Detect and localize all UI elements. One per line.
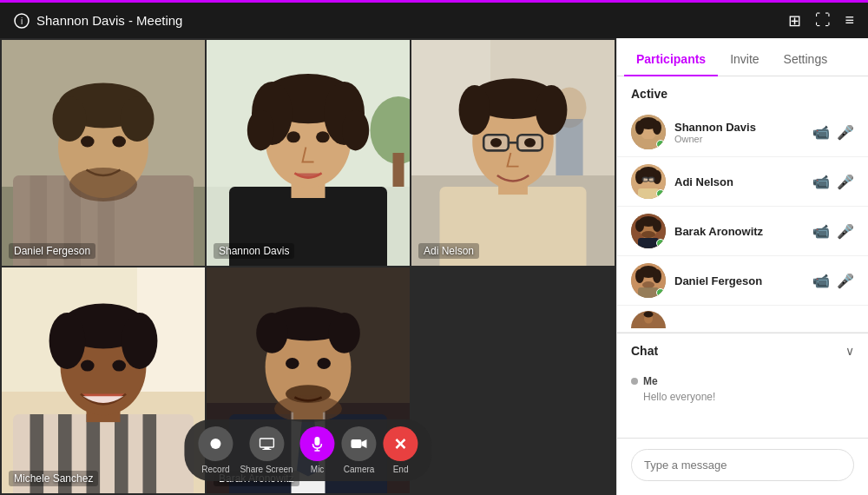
svg-point-27: [286, 131, 300, 142]
svg-point-74: [210, 439, 220, 449]
top-bar-left: i Shannon Davis - Meeting: [14, 13, 788, 29]
more-options-icon[interactable]: ≡: [845, 11, 854, 30]
participant-item-adi: Adi Nelson 📹 🎤: [617, 157, 868, 207]
chat-title: Chat: [631, 344, 658, 358]
participant-controls-adi: 📹 🎤: [812, 174, 854, 190]
mic-button[interactable]: Mic: [300, 426, 335, 474]
camera-label: Camera: [344, 465, 375, 474]
chat-section: Chat ∨ Me Hello everyone!: [617, 333, 868, 413]
active-section-title: Active: [617, 76, 868, 108]
share-screen-label: Share Screen: [240, 465, 293, 474]
participant-role-shannon: Owner: [674, 134, 804, 144]
participant-info-daniel: Daniel Fergeson: [674, 274, 804, 287]
mic-icon-daniel[interactable]: 🎤: [837, 273, 854, 289]
controls-bar: Record Share Screen Mic Camera: [184, 419, 431, 481]
svg-point-71: [317, 358, 331, 369]
tab-settings[interactable]: Settings: [772, 43, 840, 76]
avatar-barak: [631, 214, 666, 248]
svg-point-44: [524, 138, 536, 147]
svg-point-103: [641, 231, 655, 238]
participant-name-barak: Barak Aronowitz: [674, 225, 804, 238]
online-dot-daniel: [656, 288, 665, 297]
svg-point-110: [642, 281, 654, 288]
record-label: Record: [201, 465, 229, 474]
participant-item-daniel: Daniel Fergeson 📹 🎤: [617, 256, 868, 306]
svg-point-14: [69, 168, 137, 201]
daniel-video: [2, 40, 205, 266]
svg-point-39: [536, 85, 567, 135]
tab-invite[interactable]: Invite: [718, 43, 771, 76]
top-bar-actions: ⊞ ⛶ ≡: [788, 11, 854, 30]
partial-avatar: [631, 311, 666, 328]
partial-participant: [617, 306, 868, 333]
video-icon-adi[interactable]: 📹: [812, 174, 830, 190]
share-screen-icon: [249, 426, 284, 461]
mic-icon-adi[interactable]: 🎤: [837, 174, 854, 190]
share-screen-button[interactable]: Share Screen: [240, 426, 293, 474]
mic-label: Mic: [311, 465, 325, 474]
mic-icon-barak[interactable]: 🎤: [837, 223, 854, 240]
participant-item-shannon: Shannon Davis Owner 📹 🎤: [617, 108, 868, 157]
chat-header[interactable]: Chat ∨: [617, 333, 868, 368]
video-icon-barak[interactable]: 📹: [812, 223, 830, 240]
svg-point-73: [274, 395, 342, 422]
svg-rect-77: [262, 449, 271, 450]
sidebar-content: Active Shannon Davis Owner: [617, 76, 868, 438]
video-icon-daniel[interactable]: 📹: [812, 273, 830, 289]
online-dot-barak: [656, 239, 665, 248]
avatar-shannon: [631, 115, 666, 149]
msg-sender-name-1: Me: [643, 375, 658, 387]
participant-controls-shannon: 📹 🎤: [812, 124, 854, 141]
svg-rect-76: [264, 447, 269, 449]
svg-point-13: [112, 136, 126, 148]
svg-point-70: [286, 358, 299, 369]
participant-info-adi: Adi Nelson: [674, 175, 804, 188]
msg-sender-dot: [631, 378, 638, 385]
svg-point-114: [644, 312, 654, 318]
video-cell-daniel: Daniel Fergeson: [2, 40, 205, 266]
sidebar-tabs: Participants Invite Settings: [617, 38, 868, 76]
svg-point-59: [81, 360, 95, 372]
participant-item-barak: Barak Aronowitz 📹 🎤: [617, 207, 868, 256]
svg-rect-75: [260, 439, 273, 447]
svg-point-43: [490, 138, 502, 147]
svg-point-68: [256, 313, 287, 353]
sidebar: Participants Invite Settings Active: [616, 38, 868, 495]
shannon-video: [207, 40, 410, 266]
camera-button[interactable]: Camera: [342, 426, 377, 474]
tab-participants[interactable]: Participants: [624, 43, 718, 76]
participant-name-daniel: Daniel Fergeson: [674, 274, 804, 287]
message-input[interactable]: [631, 449, 854, 481]
end-label: End: [393, 465, 409, 474]
chat-chevron-icon: ∨: [845, 344, 854, 358]
label-daniel: Daniel Fergeson: [9, 243, 95, 259]
svg-point-10: [53, 96, 87, 142]
end-button[interactable]: End: [384, 426, 418, 474]
fullscreen-icon[interactable]: ⛶: [815, 11, 831, 30]
mic-icon-shannon[interactable]: 🎤: [837, 124, 854, 141]
video-icon-shannon[interactable]: 📹: [812, 124, 830, 141]
svg-point-108: [635, 269, 644, 283]
msg-text-1: Hello everyone!: [631, 391, 854, 403]
mic-icon: [300, 426, 335, 461]
grid-layout-icon[interactable]: ⊞: [788, 11, 801, 30]
end-icon: [384, 426, 418, 461]
svg-rect-96: [648, 177, 654, 182]
adi-video: [411, 40, 615, 266]
participant-info-barak: Barak Aronowitz: [674, 225, 804, 238]
camera-icon: [342, 426, 377, 461]
svg-rect-95: [642, 177, 648, 182]
svg-point-69: [328, 313, 359, 353]
avatar-adi: [631, 164, 666, 199]
label-shannon: Shannon Davis: [214, 243, 294, 259]
top-bar: i Shannon Davis - Meeting ⊞ ⛶ ≡: [0, 0, 868, 38]
record-icon: [198, 426, 233, 461]
svg-point-11: [121, 96, 155, 142]
record-button[interactable]: Record: [198, 426, 233, 474]
svg-point-58: [122, 313, 158, 369]
video-cell-michele: Michele Sanchez: [2, 267, 205, 493]
msg-sender-1: Me: [631, 375, 854, 387]
svg-point-12: [81, 136, 95, 148]
svg-text:i: i: [21, 16, 23, 26]
svg-rect-18: [393, 153, 404, 187]
